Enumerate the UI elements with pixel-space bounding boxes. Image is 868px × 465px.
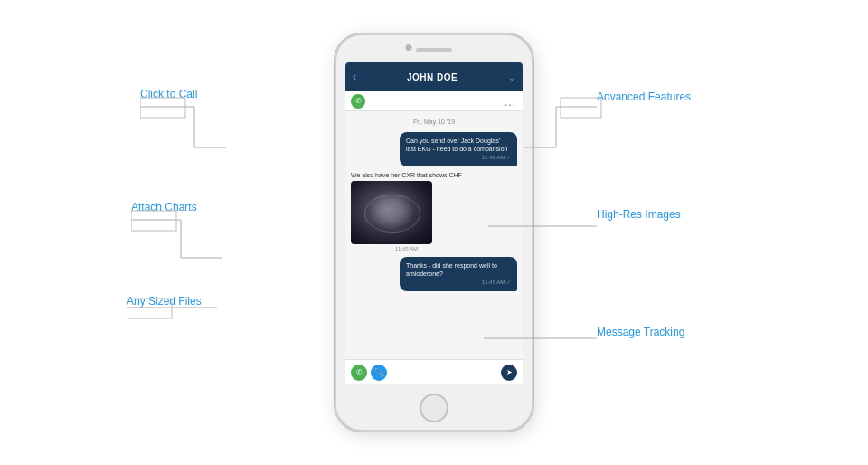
message-2-meta: 11:45 AM xyxy=(351,246,462,251)
message-received-1: We also have her CXR that shows CHF 11:4… xyxy=(351,172,462,251)
message-1-meta: 11:42 AM ✓ xyxy=(406,155,511,162)
message-3-meta: 11:45 AM ✓ xyxy=(406,280,511,287)
high-res-images-label: High-Res Images xyxy=(597,208,681,221)
phone-home-button xyxy=(420,394,448,422)
phone-camera xyxy=(406,44,412,51)
received-text: We also have her CXR that shows CHF xyxy=(351,172,462,178)
phone-speaker xyxy=(416,48,452,52)
message-tracking-connector xyxy=(484,320,606,356)
svg-rect-7 xyxy=(131,211,176,231)
message-tracking-label: Message Tracking xyxy=(597,326,684,338)
read-check-icon: ✓ xyxy=(506,155,511,160)
attached-image[interactable] xyxy=(351,181,432,244)
attach-charts-connector xyxy=(131,195,357,267)
input-phone-icon[interactable]: ✆ xyxy=(351,365,367,381)
svg-rect-10 xyxy=(127,299,172,318)
click-to-call-connector xyxy=(140,80,375,152)
advanced-features-connector xyxy=(479,80,606,152)
svg-rect-3 xyxy=(140,98,185,118)
any-sized-files-connector xyxy=(127,289,353,326)
xray-image xyxy=(351,181,432,244)
advanced-features-label: Advanced Features xyxy=(597,90,691,103)
high-res-images-connector xyxy=(488,204,606,258)
svg-rect-14 xyxy=(561,98,601,118)
chat-input-bar: ✆ 📎 ➤ xyxy=(345,359,523,384)
message-sent-2: Thanks - did she respond well to amioder… xyxy=(400,257,517,291)
input-attach-icon[interactable]: 📎 xyxy=(371,365,387,381)
read-check-2-icon: ✓ xyxy=(506,280,511,285)
input-send-icon[interactable]: ➤ xyxy=(501,365,517,381)
